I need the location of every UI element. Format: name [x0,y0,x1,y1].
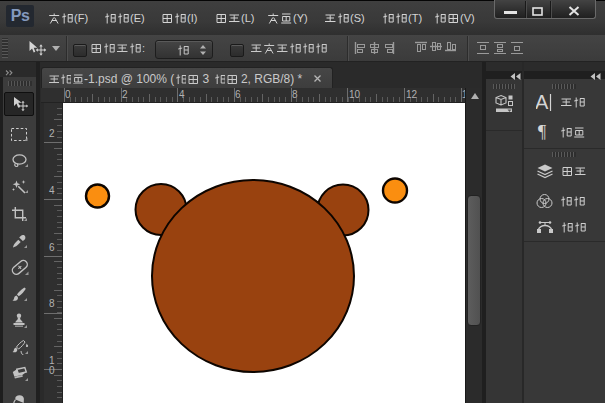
svg-text:A: A [536,93,549,112]
svg-text:¶: ¶ [538,123,546,141]
